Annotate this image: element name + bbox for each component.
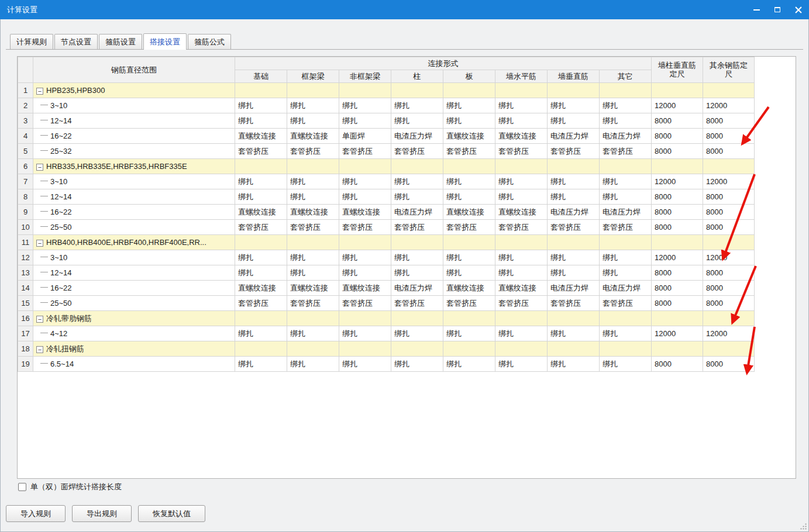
- connection-type-cell[interactable]: 直螺纹连接: [339, 205, 391, 220]
- tab-node-settings[interactable]: 节点设置: [54, 34, 98, 49]
- connection-type-cell[interactable]: 绑扎: [600, 174, 652, 189]
- connection-type-cell[interactable]: 直螺纹连接: [443, 281, 495, 296]
- connection-type-cell[interactable]: 电渣压力焊: [391, 129, 443, 144]
- connection-type-cell[interactable]: 绑扎: [548, 326, 600, 341]
- stock-length-cell[interactable]: [652, 311, 703, 326]
- connection-type-cell[interactable]: 套管挤压: [443, 144, 495, 159]
- row-number[interactable]: 7: [18, 174, 33, 189]
- connection-type-cell[interactable]: [391, 235, 443, 250]
- connection-type-cell[interactable]: [443, 83, 495, 98]
- row-number[interactable]: 10: [18, 220, 33, 235]
- connection-type-cell[interactable]: [287, 341, 339, 357]
- connection-type-cell[interactable]: [548, 235, 600, 250]
- connection-type-cell[interactable]: 绑扎: [287, 357, 339, 372]
- connection-type-cell[interactable]: 直螺纹连接: [495, 205, 548, 220]
- single-double-weld-checkbox-row[interactable]: 单（双）面焊统计搭接长度: [18, 482, 122, 492]
- connection-type-cell[interactable]: 绑扎: [235, 174, 287, 189]
- diameter-range-cell[interactable]: 3~10: [33, 250, 235, 265]
- connection-type-cell[interactable]: 套管挤压: [339, 220, 391, 235]
- rebar-grade-group-cell[interactable]: −HRB400,HRB400E,HRBF400,HRBF400E,RR...: [33, 235, 235, 250]
- import-rules-button[interactable]: 导入规则: [6, 505, 66, 522]
- connection-type-cell[interactable]: [391, 311, 443, 326]
- connection-type-cell[interactable]: 绑扎: [600, 98, 652, 113]
- stock-length-cell[interactable]: 12000: [703, 98, 755, 113]
- connection-type-cell[interactable]: 绑扎: [600, 357, 652, 372]
- connection-type-cell[interactable]: 绑扎: [495, 265, 548, 281]
- stock-length-cell[interactable]: [703, 341, 755, 357]
- stock-length-cell[interactable]: [703, 235, 755, 250]
- connection-type-cell[interactable]: [600, 311, 652, 326]
- diameter-range-cell[interactable]: 12~14: [33, 113, 235, 129]
- connection-type-cell[interactable]: 绑扎: [548, 174, 600, 189]
- connection-type-cell[interactable]: 套管挤压: [287, 220, 339, 235]
- row-number[interactable]: 2: [18, 98, 33, 113]
- connection-type-cell[interactable]: [600, 83, 652, 98]
- rebar-grade-group-cell[interactable]: −HRB335,HRB335E,HRBF335,HRBF335E: [33, 159, 235, 174]
- stock-length-cell[interactable]: 12000: [652, 98, 703, 113]
- row-number[interactable]: 1: [18, 83, 33, 98]
- diameter-range-cell[interactable]: 3~10: [33, 174, 235, 189]
- rebar-grade-group-cell[interactable]: −HPB235,HPB300: [33, 83, 235, 98]
- row-number[interactable]: 6: [18, 159, 33, 174]
- connection-type-cell[interactable]: 绑扎: [391, 326, 443, 341]
- connection-type-cell[interactable]: 绑扎: [443, 250, 495, 265]
- connection-type-cell[interactable]: 直螺纹连接: [443, 129, 495, 144]
- close-button[interactable]: [788, 0, 809, 19]
- row-number[interactable]: 8: [18, 189, 33, 205]
- connection-type-cell[interactable]: [391, 341, 443, 357]
- connection-type-cell[interactable]: 绑扎: [287, 174, 339, 189]
- connection-type-cell[interactable]: [287, 311, 339, 326]
- connection-type-cell[interactable]: 套管挤压: [600, 144, 652, 159]
- row-number[interactable]: 12: [18, 250, 33, 265]
- connection-type-cell[interactable]: 绑扎: [495, 326, 548, 341]
- connection-type-cell[interactable]: 绑扎: [339, 357, 391, 372]
- stock-length-cell[interactable]: 12000: [703, 174, 755, 189]
- connection-type-cell[interactable]: 绑扎: [443, 357, 495, 372]
- connection-type-cell[interactable]: 绑扎: [600, 326, 652, 341]
- connection-type-cell[interactable]: [443, 235, 495, 250]
- connection-type-cell[interactable]: 绑扎: [391, 113, 443, 129]
- connection-type-cell[interactable]: 绑扎: [287, 250, 339, 265]
- stock-length-cell[interactable]: 8000: [652, 113, 703, 129]
- connection-type-cell[interactable]: 绑扎: [391, 174, 443, 189]
- row-number[interactable]: 13: [18, 265, 33, 281]
- connection-type-cell[interactable]: 绑扎: [600, 265, 652, 281]
- collapse-minus-icon[interactable]: −: [36, 240, 43, 247]
- stock-length-cell[interactable]: [703, 311, 755, 326]
- connection-type-cell[interactable]: 绑扎: [339, 265, 391, 281]
- connection-type-cell[interactable]: 直螺纹连接: [495, 281, 548, 296]
- diameter-range-cell[interactable]: 3~10: [33, 98, 235, 113]
- connection-type-cell[interactable]: 电渣压力焊: [600, 129, 652, 144]
- row-number[interactable]: 18: [18, 341, 33, 357]
- connection-type-cell[interactable]: [548, 159, 600, 174]
- connection-type-cell[interactable]: 直螺纹连接: [495, 129, 548, 144]
- connection-type-cell[interactable]: 绑扎: [443, 113, 495, 129]
- connection-type-cell[interactable]: [495, 159, 548, 174]
- connection-type-cell[interactable]: 电渣压力焊: [548, 281, 600, 296]
- connection-type-cell[interactable]: [443, 159, 495, 174]
- stock-length-cell[interactable]: 8000: [703, 357, 755, 372]
- row-number[interactable]: 14: [18, 281, 33, 296]
- connection-type-cell[interactable]: [600, 341, 652, 357]
- stock-length-cell[interactable]: [652, 341, 703, 357]
- connection-type-cell[interactable]: 直螺纹连接: [443, 205, 495, 220]
- stock-length-cell[interactable]: 8000: [703, 281, 755, 296]
- connection-type-cell[interactable]: [235, 341, 287, 357]
- connection-type-cell[interactable]: 套管挤压: [443, 296, 495, 311]
- row-number[interactable]: 11: [18, 235, 33, 250]
- connection-type-cell[interactable]: [339, 159, 391, 174]
- stock-length-cell[interactable]: 8000: [652, 281, 703, 296]
- connection-type-cell[interactable]: [391, 159, 443, 174]
- connection-type-cell[interactable]: [235, 235, 287, 250]
- connection-type-cell[interactable]: 套管挤压: [391, 296, 443, 311]
- checkbox-unchecked-icon[interactable]: [18, 483, 26, 491]
- tab-calc-rules[interactable]: 计算规则: [10, 34, 53, 49]
- connection-type-cell[interactable]: 绑扎: [287, 326, 339, 341]
- row-number[interactable]: 16: [18, 311, 33, 326]
- collapse-minus-icon[interactable]: −: [36, 346, 43, 353]
- stock-length-cell[interactable]: 8000: [652, 357, 703, 372]
- connection-type-cell[interactable]: 绑扎: [339, 250, 391, 265]
- connection-type-cell[interactable]: 绑扎: [548, 113, 600, 129]
- diameter-range-cell[interactable]: 16~22: [33, 205, 235, 220]
- connection-type-cell[interactable]: 绑扎: [339, 174, 391, 189]
